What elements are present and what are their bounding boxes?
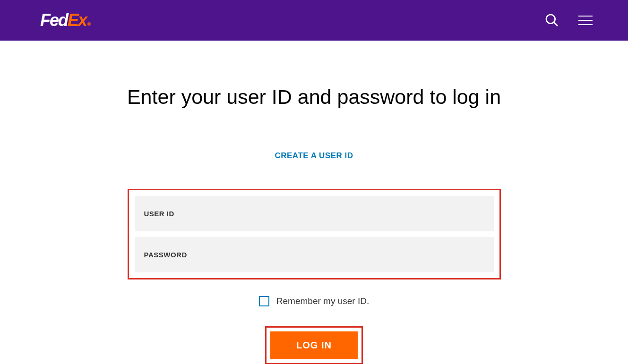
logo-ex-text: Ex bbox=[68, 12, 86, 29]
main-content: Enter your user ID and password to log i… bbox=[54, 41, 574, 364]
remember-label: Remember my user ID. bbox=[276, 296, 369, 306]
menu-icon[interactable] bbox=[578, 16, 593, 25]
user-id-input[interactable] bbox=[135, 196, 494, 231]
logo-trademark: ® bbox=[87, 22, 90, 27]
password-input[interactable] bbox=[135, 237, 494, 272]
login-form-container bbox=[128, 189, 501, 279]
remember-checkbox[interactable] bbox=[259, 296, 269, 306]
svg-point-0 bbox=[546, 15, 555, 24]
search-icon[interactable] bbox=[544, 13, 559, 28]
page-title: Enter your user ID and password to log i… bbox=[54, 85, 574, 109]
create-user-id-link[interactable]: CREATE A USER ID bbox=[275, 151, 353, 161]
header: FedEx® bbox=[0, 0, 628, 41]
fedex-logo[interactable]: FedEx® bbox=[40, 12, 90, 29]
logo-fed-text: Fed bbox=[40, 12, 68, 29]
login-button[interactable]: LOG IN bbox=[270, 331, 358, 359]
svg-line-1 bbox=[554, 22, 558, 26]
header-right bbox=[544, 13, 593, 28]
remember-checkbox-row: Remember my user ID. bbox=[54, 296, 574, 306]
login-button-container: LOG IN bbox=[265, 326, 363, 364]
